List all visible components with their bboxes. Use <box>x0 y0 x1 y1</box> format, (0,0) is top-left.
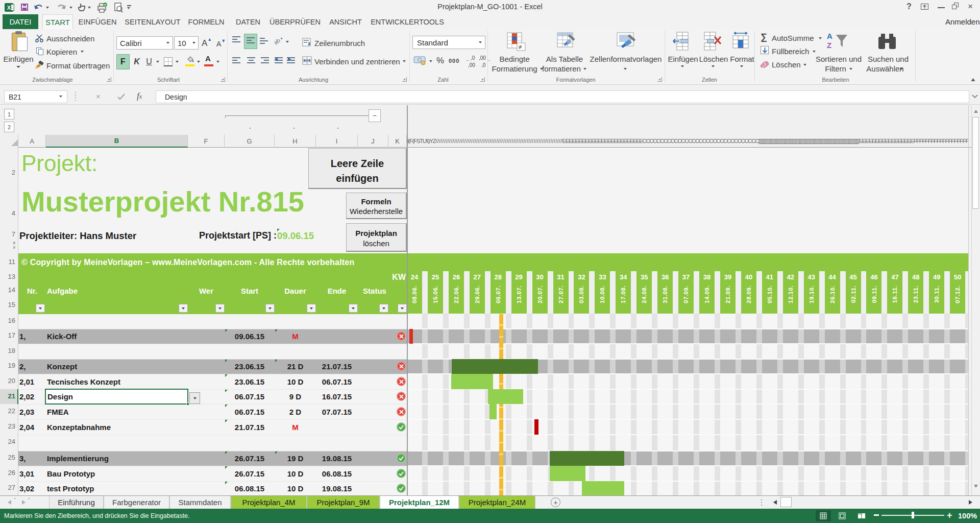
svg-text:≠: ≠ <box>519 43 522 51</box>
svg-text:ab: ab <box>274 37 281 46</box>
